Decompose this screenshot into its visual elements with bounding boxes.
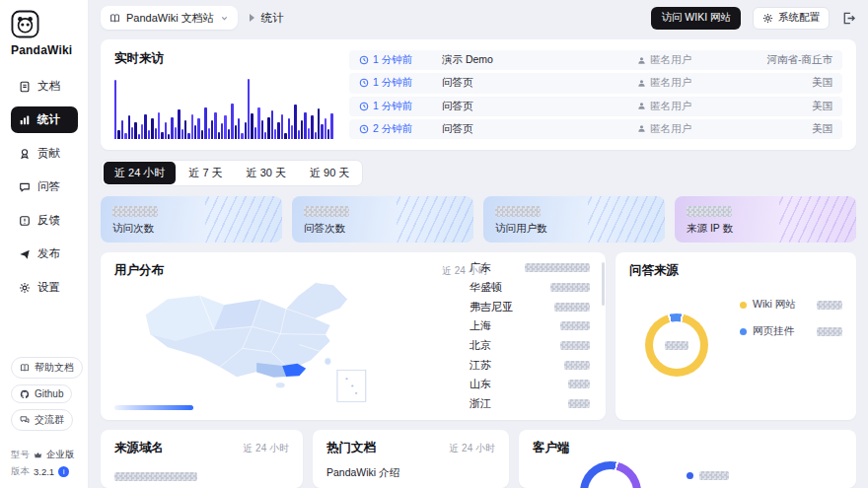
visit-row[interactable]: 1 分钟前 问答页 匿名用户 美国 [349,97,842,116]
visit-location: 河南省-商丘市 [728,53,832,67]
caret-right-icon [250,14,254,22]
tab-last-90d[interactable]: 近 90 天 [299,162,360,184]
widget-legend-dot-icon [740,328,747,335]
sidebar-footer: 帮助文档 Github 交流群 型号 企业版 版本 3.2.1 i [11,357,77,478]
sidebar-item-settings[interactable]: 设置 [11,274,78,301]
sidebar-item-label: 设置 [37,280,60,295]
person-icon [637,102,646,110]
sidebar-item-qa[interactable]: 问答 [11,174,78,200]
qa-sources-title: 问答来源 [629,262,679,279]
legend-row-widget: 网页挂件 [740,324,842,338]
panda-logo-icon [11,10,39,38]
region-row: 上海 [470,316,590,336]
person-icon [637,56,646,65]
region-name: 北京 [470,338,491,353]
realtime-left: 实时来访 [114,50,333,139]
github-link[interactable]: Github [11,384,72,403]
legend-label: 网页挂件 [753,324,794,338]
sidebar-item-feedback[interactable]: 反馈 [11,207,78,234]
visit-page: 问答页 [442,76,590,90]
book-icon [20,363,30,373]
region-row: 江苏 [470,355,590,375]
sidebar-item-contribution[interactable]: 贡献 [11,140,78,167]
stat-value-redacted [495,206,541,217]
edition-row: 型号 企业版 [11,449,75,461]
region-value-redacted [568,380,590,388]
region-value-redacted [564,361,590,370]
sidebar: PandaWiki 文档 统计 贡献 问答 反馈 [0,0,89,488]
region-row: 北京 [470,336,590,356]
tab-last-24h[interactable]: 近 24 小时 [104,162,176,184]
visit-user: 匿名用户 [637,53,722,67]
hot-docs-card: 热门文档 近 24 小时 PandaWiki 介绍 [313,430,509,488]
sidebar-item-docs[interactable]: 文档 [11,73,78,100]
visit-row[interactable]: 1 分钟前 问答页 匿名用户 美国 [349,73,842,93]
visit-row[interactable]: 2 分钟前 问答页 匿名用户 美国 [349,119,842,139]
stat-label: 来源 IP 数 [687,222,733,236]
help-docs-link[interactable]: 帮助文档 [11,357,83,379]
legend-value-redacted [699,471,729,480]
region-name: 华盛顿 [470,280,502,295]
site-selector[interactable]: PandaWiki 文档站 [101,6,238,30]
person-icon [637,124,646,133]
person-icon [637,79,646,88]
brand-name: PandaWiki [11,43,77,57]
logout-icon[interactable] [841,11,856,26]
dashboard-content: 实时来访 1 分钟前 演示 Demo 匿名用户 河南省-商丘市 1 分钟前 问答… [89,35,868,488]
visit-location: 美国 [728,122,832,136]
system-config-button[interactable]: 系统配置 [753,7,830,30]
visit-time: 2 分钟前 [359,122,436,136]
clients-legend [687,471,729,488]
clients-donut [580,461,641,488]
chat-group-link[interactable]: 交流群 [11,409,73,431]
crown-icon [34,451,42,459]
china-map [138,276,385,406]
visit-user: 匿名用户 [637,76,722,90]
hot-docs-period: 近 24 小时 [449,442,495,455]
region-value-redacted [560,321,590,330]
clients-card: 客户端 [519,430,856,488]
visit-page: 问答页 [442,122,590,136]
site-book-icon [109,13,120,24]
site-selector-label: PandaWiki 文档站 [126,11,214,26]
legend-row [687,471,729,480]
region-list-scrollbar[interactable] [602,262,605,306]
region-row: 山东 [470,375,590,394]
visit-row[interactable]: 1 分钟前 演示 Demo 匿名用户 河南省-商丘市 [349,50,842,70]
visit-location: 美国 [728,76,832,90]
brand: PandaWiki [11,10,77,57]
chat-group-label: 交流群 [35,413,64,427]
clock-icon [359,55,369,65]
edition-value: 企业版 [46,449,75,461]
sidebar-item-publish[interactable]: 发布 [11,241,78,267]
version-info-badge[interactable]: i [58,466,69,477]
region-row: 广东 [470,258,590,278]
stat-card-qa: 问答次数 [292,196,473,243]
visit-wiki-button[interactable]: 访问 WIKI 网站 [651,7,741,30]
gear-icon [762,13,773,24]
domain-item [114,467,289,488]
document-icon [19,81,31,93]
realtime-visits-card: 实时来访 1 分钟前 演示 Demo 匿名用户 河南省-商丘市 1 分钟前 问答… [101,39,856,150]
chat-bubble-icon [19,181,31,193]
clients-donut-hole [588,469,633,488]
region-row: 华盛顿 [470,278,590,298]
sidebar-item-stats[interactable]: 统计 [11,106,78,133]
region-value-redacted [550,283,590,292]
tab-last-30d[interactable]: 近 30 天 [236,162,297,184]
wiki-legend-dot-icon [740,302,747,309]
hot-doc-item[interactable]: PandaWiki 介绍 [326,466,495,480]
help-docs-label: 帮助文档 [35,361,74,375]
mid-row: 用户分布 近 24 小时 [101,252,856,420]
visit-page: 问答页 [442,100,590,113]
legend-value-redacted [817,301,842,310]
qa-donut-hole [653,321,700,369]
region-name: 浙江 [470,396,491,411]
hot-docs-title: 热门文档 [326,440,376,456]
main-area: PandaWiki 文档站 统计 访问 WIKI 网站 系统配置 实时来访 [89,0,868,488]
bar-chart-icon [19,114,31,126]
tab-last-7d[interactable]: 近 7 天 [178,162,233,184]
sidebar-item-label: 统计 [37,112,60,127]
time-filter-tabs: 近 24 小时 近 7 天 近 30 天 近 90 天 [101,160,363,186]
clock-icon [359,102,369,111]
